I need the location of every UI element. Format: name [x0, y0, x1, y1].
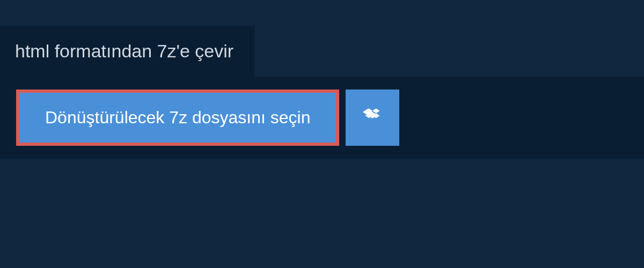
- page-title: html formatından 7z'e çevir: [15, 41, 233, 62]
- select-file-label: Dönüştürülecek 7z dosyasını seçin: [45, 108, 310, 128]
- dropbox-icon: [363, 107, 382, 129]
- header-tab: html formatından 7z'e çevir: [0, 26, 255, 77]
- upload-section: Dönüştürülecek 7z dosyasını seçin: [0, 77, 644, 159]
- button-row: Dönüştürülecek 7z dosyasını seçin: [16, 90, 628, 146]
- select-file-button[interactable]: Dönüştürülecek 7z dosyasını seçin: [16, 90, 339, 146]
- dropbox-button[interactable]: [346, 90, 399, 146]
